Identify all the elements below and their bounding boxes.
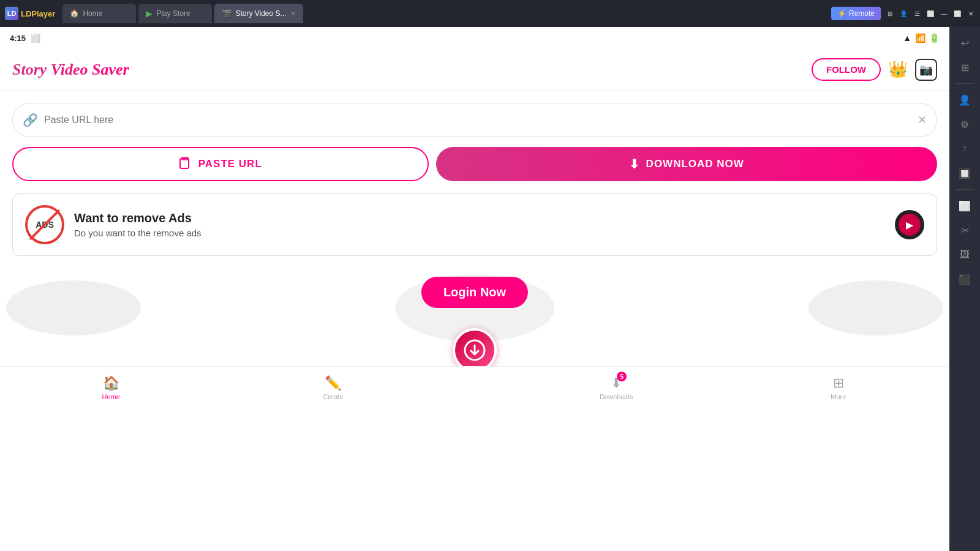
app-title: Story Video Saver [12,61,129,79]
app-header: Story Video Saver FOLLOW 👑 📷 [0,49,949,91]
sidebar-icon-scissors[interactable]: ✂ [954,219,976,241]
status-icons: ▲ 📶 🔋 [903,33,940,43]
win-btn-2[interactable]: 👤 [899,9,908,18]
url-input-container[interactable]: 🔗 ✕ [12,103,937,137]
paste-url-button[interactable]: PASTE URL [12,147,429,181]
tab-home-label: Home [83,9,102,18]
tab-playstore[interactable]: ▶ Play Store [138,4,212,23]
status-bar: 4:15 ⬜ ▲ 📶 🔋 [0,27,949,49]
win-btn-fullscreen[interactable]: ⬜ [953,9,962,18]
downloads-badge: 5 [617,372,627,381]
create-nav-label: Create [323,393,343,400]
win-btn-minimize[interactable]: — [940,9,948,18]
follow-button[interactable]: FOLLOW [812,58,881,81]
tab-story-close-icon[interactable]: ✕ [290,10,296,18]
more-nav-label: More [831,393,846,400]
url-clear-button[interactable]: ✕ [918,113,927,127]
win-btn-close[interactable]: ✕ [967,9,975,18]
wifi-icon: ▲ [903,33,911,43]
header-actions: FOLLOW 👑 📷 [812,58,937,81]
tab-home[interactable]: 🏠 Home [62,4,136,23]
tab-story[interactable]: 🎬 Story Video S... ✕ [214,4,303,23]
right-sidebar: ↩ ⊞ 👤 ⚙ ↑ 🔲 ⬜ ✂ 🖼 ⬛ [949,27,980,551]
downloads-badge-container: ⬇ 5 [611,375,622,391]
no-ads-icon: ADS [25,205,64,244]
action-buttons: PASTE URL ⬇ DOWNLOAD NOW [12,147,937,181]
sidebar-icon-resize[interactable]: 🔲 [954,162,976,184]
bottom-section: Login Now [0,268,949,366]
browser-chrome: LD LDPlayer 🏠 Home ▶ Play Store 🎬 Story … [0,0,980,27]
browser-actions: ⚡ Remote ⊞ 👤 ☰ ⬜ — ⬜ ✕ [831,7,975,20]
tab-home-icon: 🏠 [70,9,79,18]
sidebar-icon-user[interactable]: 👤 [954,89,976,111]
ads-banner[interactable]: ADS Want to remove Ads Do you want to th… [12,193,937,256]
more-nav-icon: ⊞ [833,375,844,391]
download-fab-button[interactable] [453,328,497,366]
signal-icon: 📶 [915,33,925,43]
download-now-button[interactable]: ⬇ DOWNLOAD NOW [436,147,938,181]
paste-url-label: PASTE URL [198,158,262,170]
tab-story-icon: 🎬 [222,9,232,18]
tab-playstore-icon: ▶ [146,9,153,18]
sidebar-icon-image[interactable]: 🖼 [954,244,976,266]
ads-play-button[interactable]: ▶ [895,210,924,239]
sidebar-icon-box[interactable]: ⬛ [954,268,976,290]
browser-logo: LD LDPlayer [5,7,55,20]
crown-icon[interactable]: 👑 [888,60,908,79]
home-nav-icon: 🏠 [103,375,119,391]
nav-item-downloads[interactable]: ⬇ 5 Downloads [505,367,728,409]
lightning-icon: ⚡ [837,9,846,18]
sidebar-icon-input[interactable]: ⬜ [954,195,976,217]
oval-left [6,280,141,335]
camera-icon[interactable]: 📷 [915,59,937,81]
downloads-nav-label: Downloads [600,393,633,400]
link-icon: 🔗 [23,113,38,127]
sidebar-icon-grid[interactable]: ⊞ [954,56,976,78]
nav-item-more[interactable]: ⊞ More [728,367,950,409]
url-input[interactable] [44,114,918,126]
ads-circle: ADS [25,205,64,244]
sidebar-divider-2 [956,189,974,190]
status-time: 4:15 [10,34,26,43]
browser-app-name: LDPlayer [21,9,55,18]
nav-item-center [444,367,505,409]
nav-item-create[interactable]: ✏️ Create [222,367,445,409]
hamburger-menu-icon[interactable]: ☰ [913,9,921,18]
download-icon: ⬇ [629,157,640,171]
sidebar-icon-settings[interactable]: ⚙ [954,113,976,135]
tab-playstore-label: Play Store [156,9,190,18]
battery-icon: 🔋 [929,33,940,43]
ads-text: Want to remove Ads Do you want to the re… [74,211,885,238]
paste-icon [179,156,192,173]
tab-story-label: Story Video S... [235,9,286,18]
ads-subtitle: Do you want to the remove ads [74,228,885,238]
win-btn-1[interactable]: ⊞ [886,9,894,18]
remote-label: Remote [849,9,875,18]
download-now-label: DOWNLOAD NOW [646,158,744,170]
login-now-button[interactable]: Login Now [421,277,528,308]
home-nav-label: Home [102,393,120,400]
ldplayer-logo-icon: LD [5,7,18,20]
remote-button[interactable]: ⚡ Remote [831,7,881,20]
ads-title: Want to remove Ads [74,211,885,225]
oval-right [809,280,943,335]
sidebar-icon-up[interactable]: ↑ [954,138,976,160]
nav-item-home[interactable]: 🏠 Home [0,367,222,409]
app-content: 🔗 ✕ PASTE URL ⬇ DOWNLOAD [0,91,949,256]
sidebar-divider-1 [956,83,974,84]
sidebar-icon-back[interactable]: ↩ [954,32,976,54]
win-btn-resize[interactable]: ⬜ [926,9,935,18]
main-layout: 4:15 ⬜ ▲ 📶 🔋 Story Video Saver FOLLOW 👑 … [0,27,980,551]
ads-play-inner: ▶ [899,214,921,236]
bottom-nav: 🏠 Home ✏️ Create ⬇ 5 Downloads ⊞ More [0,366,949,409]
screen-record-icon: ⬜ [31,34,40,43]
create-nav-icon: ✏️ [325,375,341,391]
phone-screen: 4:15 ⬜ ▲ 📶 🔋 Story Video Saver FOLLOW 👑 … [0,27,949,551]
